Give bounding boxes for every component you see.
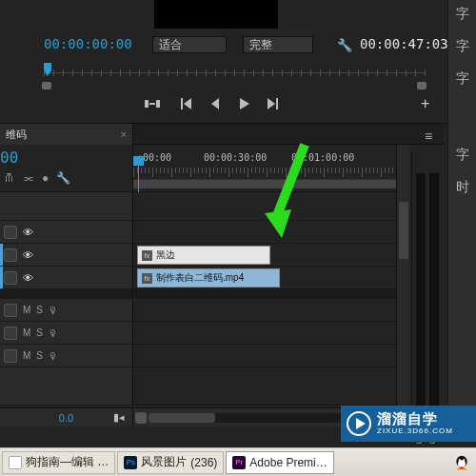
tracks-bottom-gap — [133, 367, 396, 405]
qq-tray-icon[interactable] — [453, 454, 470, 471]
clip-v1[interactable]: fx 制作表白二维码.mp4 — [137, 268, 280, 288]
side-char-3[interactable]: 字 — [456, 70, 469, 88]
side-char-1[interactable]: 字 — [456, 6, 469, 23]
a3-track[interactable] — [133, 345, 396, 367]
a1-track[interactable] — [133, 299, 396, 321]
photoshop-icon: Ps — [124, 456, 137, 469]
solo-button[interactable]: S — [36, 305, 43, 315]
svg-point-5 — [457, 467, 461, 469]
link-icon[interactable]: ⫘ — [23, 171, 34, 185]
clip-v2[interactable]: fx 黑边 — [137, 246, 270, 265]
eye-icon[interactable] — [23, 272, 33, 284]
marker-icon[interactable]: ● — [42, 171, 49, 185]
quality-label: 完整 — [249, 37, 272, 53]
taskbar-item-2[interactable]: Ps 风景图片 (236) — [117, 451, 224, 474]
program-monitor-preview — [154, 0, 278, 29]
source-patch-icon[interactable] — [4, 248, 17, 262]
play-icon[interactable] — [238, 98, 249, 112]
taskbar-item-3-label: Adobe Premi… — [249, 456, 327, 469]
taskbar-item-3[interactable]: Pr Adobe Premi… — [226, 451, 333, 474]
v3-track[interactable] — [133, 221, 396, 243]
mic-icon[interactable] — [49, 350, 58, 362]
side-char-2[interactable]: 字 — [456, 38, 469, 55]
zoom-fit-dropdown[interactable]: 适合 ▼ — [152, 36, 227, 53]
v1-track-header[interactable] — [0, 267, 133, 288]
sequence-tab[interactable]: 维码 × — [0, 124, 133, 145]
a2-track-header[interactable]: M S — [0, 322, 133, 344]
go-to-out-icon[interactable] — [267, 98, 280, 112]
sequence-tab-label: 维码 — [6, 128, 27, 142]
a2-track[interactable] — [133, 322, 396, 344]
v3-track-header[interactable] — [0, 221, 133, 243]
source-patch-icon[interactable] — [4, 226, 17, 239]
source-patch-icon[interactable] — [4, 304, 17, 317]
document-icon — [9, 456, 22, 469]
scrollbar-thumb[interactable] — [399, 202, 408, 259]
side-char-5[interactable]: 时 — [456, 179, 469, 196]
eye-icon[interactable] — [23, 227, 33, 238]
mic-icon[interactable] — [49, 327, 58, 339]
solo-button[interactable]: S — [36, 327, 43, 338]
v2-track[interactable]: fx 黑边 — [133, 244, 396, 266]
step-back-icon[interactable] — [209, 98, 221, 112]
snap-icon[interactable]: ⫚ — [4, 171, 15, 185]
eye-icon[interactable] — [23, 249, 33, 261]
svg-point-3 — [463, 459, 465, 462]
scrub-handle-left[interactable] — [42, 82, 51, 89]
taskbar-item-1[interactable]: 狗指南—编辑 … — [2, 451, 115, 474]
mute-button[interactable]: M — [23, 305, 30, 315]
v1-track[interactable]: fx 制作表白二维码.mp4 — [133, 267, 396, 288]
fx-badge-icon: fx — [142, 273, 152, 284]
mute-button[interactable]: M — [23, 350, 30, 361]
tracks-area: fx 黑边 fx 制作表白二维码.mp4 — [0, 192, 396, 411]
settings-wrench-icon[interactable]: 🔧 — [56, 171, 70, 185]
add-button-icon[interactable]: + — [421, 95, 429, 112]
watermark-url: ZIXUE.3D66.COM — [377, 427, 453, 436]
clip-v2-label: 黑边 — [156, 248, 175, 262]
transport-controls: + — [143, 93, 333, 116]
toggle-sync-lock-icon[interactable]: ▮◂ — [113, 411, 125, 424]
mute-button[interactable]: M — [23, 327, 30, 338]
vertical-zoom-value[interactable]: 0.0 — [59, 412, 73, 424]
timeline-ruler[interactable]: :00:00 00:00:30:00 00:01:00:00 — [133, 145, 396, 192]
work-area-bar[interactable] — [133, 179, 396, 188]
quality-dropdown[interactable]: 完整 ▼ — [243, 36, 313, 53]
taskbar-item-2-label: 风景图片 — [141, 454, 187, 470]
scrub-handle-right[interactable] — [417, 82, 426, 89]
track-footer: 0.0 ▮◂ — [0, 407, 133, 426]
mic-icon[interactable] — [49, 305, 58, 316]
source-patch-icon[interactable] — [4, 327, 17, 340]
v2-track-header[interactable] — [0, 244, 133, 266]
side-char-4[interactable]: 字 — [456, 147, 469, 164]
scroll-thumb[interactable] — [149, 413, 215, 423]
watermark-badge: 溜溜自学 ZIXUE.3D66.COM — [341, 406, 476, 442]
timeline-current-timecode[interactable]: 00 — [0, 149, 18, 167]
windows-taskbar: 狗指南—编辑 … Ps 风景图片 (236) Pr Adobe Premi… — [0, 447, 476, 476]
program-scrub-bar[interactable] — [44, 61, 425, 86]
svg-point-6 — [463, 467, 466, 469]
a3-track-header[interactable]: M S — [0, 345, 133, 367]
a1-track-header[interactable]: M S — [0, 299, 133, 321]
taskbar-item-1-label: 狗指南—编辑 … — [26, 454, 109, 470]
watermark-title: 溜溜自学 — [377, 411, 453, 427]
settings-wrench-icon[interactable]: 🔧 — [337, 38, 352, 52]
track-gap-header — [0, 192, 133, 220]
close-icon[interactable]: × — [115, 129, 132, 140]
mark-in-out-icon[interactable] — [143, 98, 162, 112]
playhead-icon[interactable] — [44, 63, 51, 74]
scroll-handle-left[interactable] — [135, 412, 147, 424]
timeline-panel: 维码 × 00 ⫚ ⫘ ● 🔧 :00:00 00:00:30:00 00:01… — [0, 124, 447, 419]
ruler-ticks — [133, 168, 396, 179]
panel-menu-icon[interactable] — [425, 129, 436, 144]
va-divider — [0, 289, 133, 298]
program-in-timecode[interactable]: 00:00:00:00 — [44, 36, 132, 51]
source-patch-icon[interactable] — [4, 271, 17, 285]
taskbar-item-2-count: (236) — [190, 456, 217, 469]
solo-button[interactable]: S — [36, 350, 43, 361]
svg-point-2 — [459, 459, 461, 462]
go-to-in-icon[interactable] — [179, 98, 192, 112]
audio-meter-right — [429, 173, 439, 438]
source-patch-icon[interactable] — [4, 349, 17, 363]
vertical-scrollbar[interactable] — [396, 145, 409, 411]
program-duration-timecode[interactable]: 00:00:47:03 — [360, 36, 448, 51]
